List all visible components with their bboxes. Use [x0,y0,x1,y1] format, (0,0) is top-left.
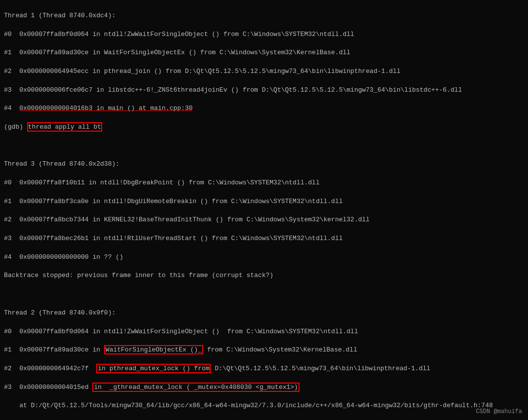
watermark: CSDN @mahuifa [476,408,522,416]
line-1: Thread 1 (Thread 8740.0xdc4): [4,12,115,19]
line-t3-0: #0 0x00007ffa8f10b11 in ntdll!DbgBreakPo… [4,179,320,186]
line-2: #0 0x00007ffa8bf0d064 in ntdll!ZwWaitFor… [4,31,354,38]
line-5: #3 0x0000000006fce06c7 in libstdc++-6!_Z… [4,86,462,94]
line-t2-1: #1 0x00007ffa89ad30ce in WaitForSingleOb… [4,345,357,354]
line-t3-header: Thread 3 (Thread 8740.0x2d38): [4,160,119,168]
line-t3-4: #4 0x0000000000000000 in ?? () [4,253,123,261]
line-gdb-cmd: (gdb) thread apply all bt [4,122,102,132]
line-t2-3: #3 0x00000000004015ed in _gthread_mutex_… [4,383,300,392]
line-t3-2: #2 0x00007ffa8bcb7344 in KERNEL32!BaseTh… [4,216,370,223]
line-3: #1 0x00007ffa89ad30ce in WaitForSingleOb… [4,49,350,56]
line-t2-header: Thread 2 (Thread 8740.0x9f0): [4,309,115,316]
line-t3-1: #1 0x00007ffa8bf3ca0e in ntdll!DbgUiRemo… [4,198,343,205]
line-4: #2 0x0000000064945ecc in pthread_join ()… [4,68,401,75]
line-t2-3a: at D:/Qt/Qt5.12.5/Tools/mingw730_64/lib/… [4,402,493,409]
line-6: #4 0x000000000004016b3 in main () at mai… [4,105,192,112]
line-t2-2: #2 0x0000000064942c7f in pthread_mutex_l… [4,364,430,373]
line-t2-0: #0 0x00007ffa8bf0d064 in ntdll!ZwWaitFor… [4,328,358,335]
terminal-output: Thread 1 (Thread 8740.0xdc4): #0 0x00007… [0,0,528,420]
line-t3-bt: Backtrace stopped: previous frame inner … [4,272,273,279]
line-t3-3: #3 0x00007ffa8bec26b1 in ntdll!RtlUserTh… [4,235,343,242]
